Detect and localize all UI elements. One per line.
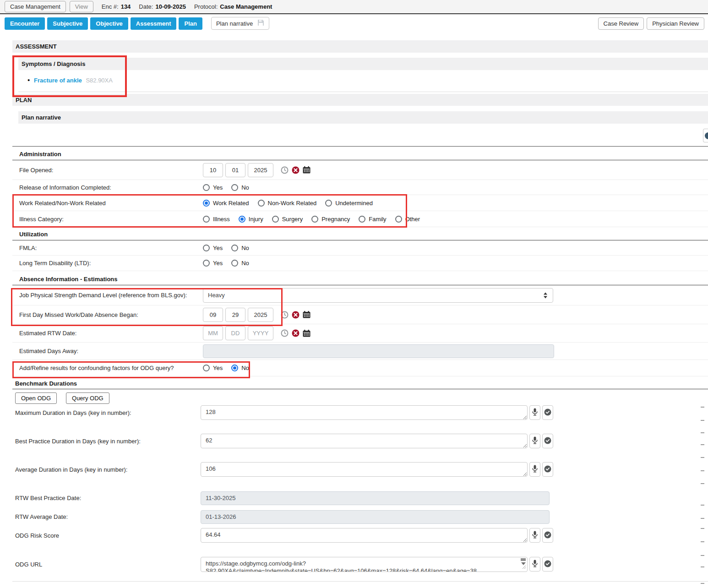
case-review-button[interactable]: Case Review (598, 17, 644, 30)
radio-icon[interactable] (203, 184, 210, 191)
clock-icon[interactable] (281, 311, 289, 319)
calendar-icon[interactable] (303, 311, 310, 318)
assessment-section-header: ASSESSMENT (12, 40, 708, 53)
divider (18, 92, 708, 92)
radio-option[interactable]: Family (359, 216, 386, 223)
resize-grip-icon[interactable] (522, 564, 526, 571)
radio-option[interactable]: Yes (203, 184, 223, 191)
radio-option[interactable]: Surgery (272, 216, 303, 223)
plan-narrative-header: Plan narrative (18, 111, 708, 124)
estimated-rtw-month-input[interactable] (203, 326, 223, 340)
dictate-button[interactable] (529, 434, 540, 448)
radio-icon[interactable] (311, 216, 318, 223)
radio-option-label: Illness (213, 216, 230, 223)
file-opened-day-input[interactable] (225, 163, 245, 177)
radio-option[interactable]: No (231, 260, 249, 267)
radio-icon[interactable] (203, 365, 210, 371)
max-duration-textarea[interactable]: 128 (201, 405, 528, 420)
diagnosis-link[interactable]: Fracture of ankle (34, 77, 82, 84)
dictate-button[interactable] (529, 528, 540, 543)
radio-option[interactable]: Yes (203, 260, 223, 267)
radio-option[interactable]: Yes (203, 365, 223, 371)
radio-option[interactable]: Work Related (203, 200, 249, 207)
job-strength-select[interactable]: Heavy (203, 288, 553, 303)
confirm-button[interactable] (542, 528, 553, 543)
radio-icon[interactable] (231, 245, 238, 251)
clock-icon[interactable] (281, 329, 289, 337)
best-practice-duration-row: Best Practice Duration in Days (key in n… (12, 434, 708, 448)
rtw-average-row: RTW Average Date: (12, 510, 708, 524)
radio-icon[interactable] (395, 216, 402, 223)
radio-icon[interactable] (203, 200, 210, 207)
clear-date-icon[interactable] (292, 166, 300, 174)
clipped-content-dash (701, 457, 704, 458)
clipped-content-dash (701, 528, 704, 529)
radio-icon[interactable] (203, 216, 210, 223)
tab-subjective[interactable]: Subjective (47, 17, 88, 30)
tab-encounter[interactable]: Encounter (5, 17, 45, 30)
active-document-tab[interactable]: Plan narrative (211, 17, 269, 30)
plan-narrative-body (12, 124, 708, 147)
scrollbar-thumb[interactable] (521, 558, 526, 561)
ltd-label: Long Term Disability (LTD): (19, 260, 203, 267)
confirm-button[interactable] (542, 462, 553, 477)
confirm-button[interactable] (542, 557, 553, 572)
radio-icon[interactable] (231, 184, 238, 191)
clear-date-icon[interactable] (292, 329, 300, 337)
first-day-month-input[interactable] (203, 308, 223, 322)
radio-option[interactable]: Yes (203, 245, 223, 251)
clipped-content-dash (701, 432, 704, 433)
tab-objective[interactable]: Objective (90, 17, 128, 30)
odg-url-textarea[interactable]: https://stage.odgbymcg.com/odg-link? S82… (201, 557, 528, 572)
estimated-rtw-year-input[interactable] (248, 326, 273, 340)
radio-option[interactable]: Other (395, 216, 420, 223)
tab-plan[interactable]: Plan (179, 17, 202, 30)
file-opened-month-input[interactable] (203, 163, 223, 177)
radio-option[interactable]: No (231, 245, 249, 251)
estimated-days-away-label: Estimated Days Away: (19, 348, 203, 354)
radio-option[interactable]: Injury (239, 216, 263, 223)
radio-option[interactable]: Undetermined (325, 200, 373, 207)
file-opened-year-input[interactable] (248, 163, 273, 177)
clock-icon[interactable] (281, 166, 289, 174)
radio-option[interactable]: Illness (203, 216, 230, 223)
radio-option[interactable]: No (231, 365, 249, 371)
radio-icon[interactable] (231, 260, 238, 267)
clear-date-icon[interactable] (292, 311, 300, 319)
clipped-content-dash (701, 483, 704, 484)
save-icon[interactable] (257, 19, 264, 27)
clipped-button[interactable] (703, 129, 708, 142)
fmla-row: FMLA: YesNo (12, 240, 708, 256)
radio-icon[interactable] (239, 216, 245, 223)
estimated-rtw-day-input[interactable] (225, 326, 245, 340)
calendar-icon[interactable] (303, 166, 310, 174)
dictate-button[interactable] (529, 462, 540, 477)
first-day-year-input[interactable] (248, 308, 273, 322)
first-day-day-input[interactable] (225, 308, 245, 322)
case-management-button[interactable]: Case Management (5, 1, 66, 12)
divider (12, 581, 708, 582)
radio-icon[interactable] (272, 216, 279, 223)
radio-icon[interactable] (325, 200, 332, 207)
best-practice-duration-textarea[interactable]: 62 (201, 434, 528, 448)
tab-assessment[interactable]: Assessment (131, 17, 177, 30)
dictate-button[interactable] (529, 557, 540, 572)
confirm-button[interactable] (542, 405, 553, 420)
radio-icon[interactable] (231, 365, 238, 371)
radio-icon[interactable] (203, 260, 210, 267)
confirm-button[interactable] (542, 434, 553, 448)
average-duration-textarea[interactable]: 106 (201, 462, 528, 477)
calendar-icon[interactable] (303, 330, 310, 337)
radio-icon[interactable] (203, 245, 210, 251)
radio-option[interactable]: No (231, 184, 249, 191)
physician-review-button[interactable]: Physician Review (647, 17, 704, 30)
query-odg-button[interactable]: Query ODG (66, 392, 109, 404)
radio-option[interactable]: Pregnancy (311, 216, 350, 223)
dictate-button[interactable] (529, 405, 540, 420)
radio-option[interactable]: Non-Work Related (258, 200, 317, 207)
odg-risk-score-textarea[interactable]: 64.64 (201, 528, 528, 543)
view-button[interactable]: View (70, 1, 93, 12)
open-odg-button[interactable]: Open ODG (15, 392, 57, 404)
radio-icon[interactable] (258, 200, 265, 207)
radio-icon[interactable] (359, 216, 365, 223)
